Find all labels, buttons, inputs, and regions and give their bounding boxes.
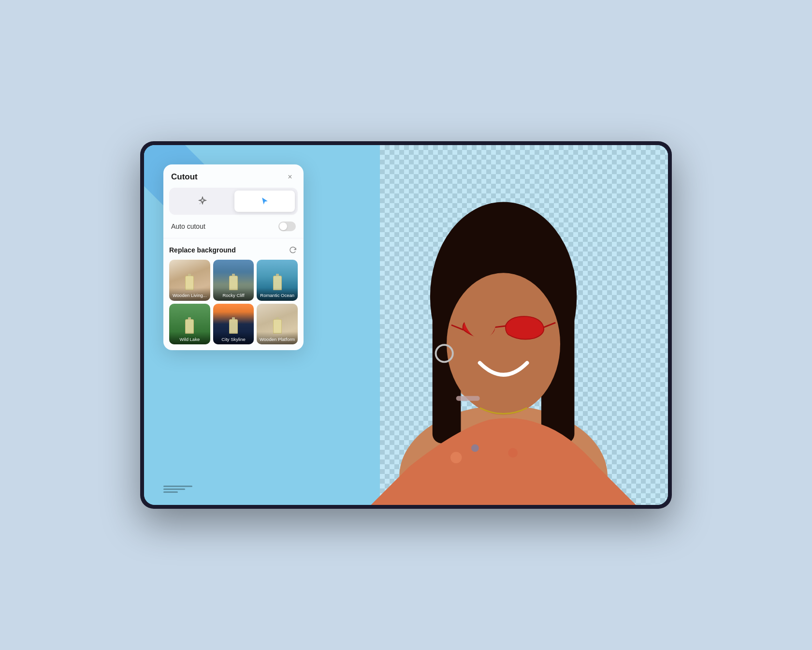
auto-cutout-row: Auto cutout [163, 220, 304, 238]
replace-bg-title: Replace background [169, 246, 236, 254]
tab-magic-select[interactable] [172, 191, 232, 212]
refresh-icon[interactable] [288, 245, 298, 255]
bg-label-romantic-ocean: Romantic Ocean [257, 288, 298, 300]
bg-item-wild-lake[interactable]: Wild Lake [169, 304, 210, 345]
bg-label-city-skyline: City Skyline [213, 332, 254, 344]
svg-rect-15 [456, 396, 480, 401]
bg-thumbnail-city-skyline: City Skyline [213, 304, 254, 345]
bg-thumbnail-wild-lake: Wild Lake [169, 304, 210, 345]
bg-label-wooden-platform: Wooden Platform [257, 332, 298, 344]
bg-item-romantic-ocean[interactable]: Romantic Ocean [257, 260, 298, 301]
close-button[interactable]: × [284, 171, 296, 183]
auto-cutout-toggle[interactable] [278, 222, 296, 231]
svg-point-12 [450, 452, 462, 463]
panel-header: Cutout × [163, 164, 304, 188]
svg-point-13 [471, 444, 479, 452]
bg-item-wooden-living[interactable]: Wooden Living... [169, 260, 210, 301]
bg-item-city-skyline[interactable]: City Skyline [213, 304, 254, 345]
tool-tabs [169, 188, 298, 215]
device-frame: Cutout × [140, 141, 672, 509]
panel-title: Cutout [171, 172, 198, 182]
magic-wand-icon [198, 196, 207, 206]
decoration-line-1 [163, 486, 192, 487]
bg-item-rocky-cliff[interactable]: Rocky Cliff [213, 260, 254, 301]
cutout-panel: Cutout × [163, 164, 304, 350]
bg-label-wild-lake: Wild Lake [169, 332, 210, 344]
replace-background-section: Replace background Wooden Living... [163, 238, 304, 350]
bg-label-wooden-living: Wooden Living... [169, 288, 210, 300]
cursor-icon [260, 196, 270, 206]
decoration-line-2 [163, 488, 185, 490]
bg-thumbnail-romantic-ocean: Romantic Ocean [257, 260, 298, 301]
bg-thumbnail-rocky-cliff: Rocky Cliff [213, 260, 254, 301]
bg-thumbnail-wooden-platform: Wooden Platform [257, 304, 298, 345]
bg-item-wooden-platform[interactable]: Wooden Platform [257, 304, 298, 345]
device-inner: Cutout × [144, 145, 668, 505]
background-grid: Wooden Living... Rocky Cliff [169, 260, 298, 344]
auto-cutout-label: Auto cutout [171, 222, 205, 230]
bottom-decoration [163, 486, 192, 495]
subject-photo [275, 145, 668, 505]
svg-point-14 [508, 448, 518, 458]
replace-bg-header: Replace background [169, 245, 298, 255]
tab-cursor-select[interactable] [234, 191, 295, 212]
decoration-line-3 [163, 491, 178, 493]
svg-point-6 [447, 273, 560, 415]
bg-label-rocky-cliff: Rocky Cliff [213, 288, 254, 300]
bg-thumbnail-wooden-living: Wooden Living... [169, 260, 210, 301]
